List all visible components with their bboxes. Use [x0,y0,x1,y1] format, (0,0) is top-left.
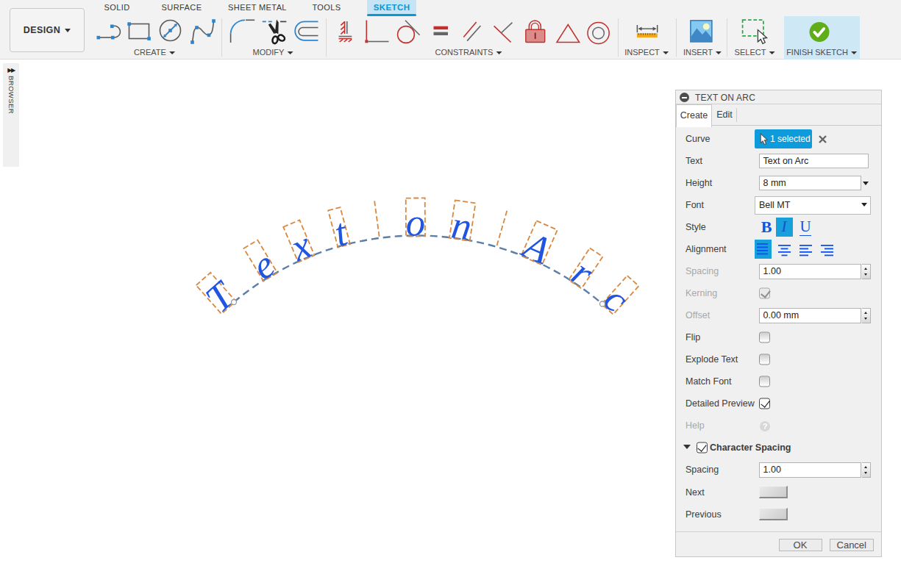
svg-text:T: T [197,272,243,320]
svg-text:o: o [406,201,426,243]
svg-text:c: c [596,277,637,320]
svg-text:x: x [284,223,318,269]
svg-text:r: r [565,251,602,295]
svg-text:e: e [245,243,282,288]
svg-text:A: A [516,223,557,273]
svg-text:t: t [330,210,352,254]
